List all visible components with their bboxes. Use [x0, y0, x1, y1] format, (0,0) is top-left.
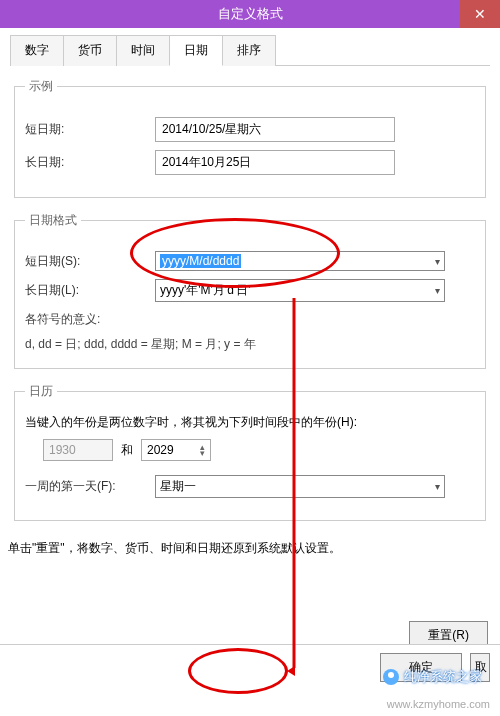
watermark-branding: 纯净系统之家: [383, 668, 482, 686]
long-date-format-combo[interactable]: yyyy'年'M'月'd'日' ▾: [155, 279, 445, 302]
window-title: 自定义格式: [218, 5, 283, 23]
tab-strip: 数字 货币 时间 日期 排序: [10, 34, 490, 66]
tab-number[interactable]: 数字: [10, 35, 64, 66]
tab-sort[interactable]: 排序: [222, 35, 276, 66]
example-legend: 示例: [25, 78, 57, 95]
brand-icon: [383, 669, 399, 685]
watermark-url-text: www.kzmyhome.com: [387, 698, 490, 710]
first-day-value: 星期一: [160, 478, 196, 495]
and-label: 和: [121, 442, 133, 459]
short-date-example-label: 短日期:: [25, 121, 155, 138]
tab-time[interactable]: 时间: [116, 35, 170, 66]
example-group: 示例 短日期: 2014/10/25/星期六 长日期: 2014年10月25日: [14, 78, 486, 198]
close-button[interactable]: ✕: [460, 0, 500, 28]
reset-hint: 单击"重置"，将数字、货币、时间和日期还原到系统默认设置。: [8, 539, 388, 558]
long-date-example-value: 2014年10月25日: [155, 150, 395, 175]
two-digit-year-label: 当键入的年份是两位数字时，将其视为下列时间段中的年份(H):: [25, 414, 475, 431]
watermark-url: www.kzmyhome.com: [387, 698, 490, 710]
format-legend: 日期格式: [25, 212, 81, 229]
chevron-down-icon: ▾: [435, 256, 440, 267]
brand-name: 纯净系统之家: [404, 668, 482, 686]
calendar-legend: 日历: [25, 383, 57, 400]
long-date-example-label: 长日期:: [25, 154, 155, 171]
tab-date[interactable]: 日期: [169, 35, 223, 66]
first-day-label: 一周的第一天(F):: [25, 478, 155, 495]
titlebar: 自定义格式 ✕: [0, 0, 500, 28]
close-icon: ✕: [474, 6, 486, 22]
first-day-combo[interactable]: 星期一 ▾: [155, 475, 445, 498]
tab-currency[interactable]: 货币: [63, 35, 117, 66]
long-date-format-value: yyyy'年'M'月'd'日': [160, 282, 250, 299]
long-date-format-label: 长日期(L):: [25, 282, 155, 299]
dialog-content: 数字 货币 时间 日期 排序 示例 短日期: 2014/10/25/星期六 长日…: [0, 28, 500, 521]
calendar-group: 日历 当键入的年份是两位数字时，将其视为下列时间段中的年份(H): 1930 和…: [14, 383, 486, 521]
spinner-icon: ▴▾: [200, 444, 205, 456]
short-date-example-value: 2014/10/25/星期六: [155, 117, 395, 142]
chevron-down-icon: ▾: [435, 285, 440, 296]
short-date-format-value: yyyy/M/d/dddd: [160, 254, 241, 268]
short-date-format-label: 短日期(S):: [25, 253, 155, 270]
date-panel: 示例 短日期: 2014/10/25/星期六 长日期: 2014年10月25日 …: [10, 66, 490, 521]
year-to-value: 2029: [147, 443, 174, 457]
year-from-value: 1930: [49, 443, 76, 457]
chevron-down-icon: ▾: [435, 481, 440, 492]
symbol-meaning-text: d, dd = 日; ddd, dddd = 星期; M = 月; y = 年: [25, 335, 475, 354]
format-group: 日期格式 短日期(S): yyyy/M/d/dddd ▾ 长日期(L): yyy…: [14, 212, 486, 369]
year-from-field: 1930: [43, 439, 113, 461]
year-to-spinner[interactable]: 2029 ▴▾: [141, 439, 211, 461]
symbol-meaning-title: 各符号的意义:: [25, 310, 475, 329]
short-date-format-combo[interactable]: yyyy/M/d/dddd ▾: [155, 251, 445, 271]
